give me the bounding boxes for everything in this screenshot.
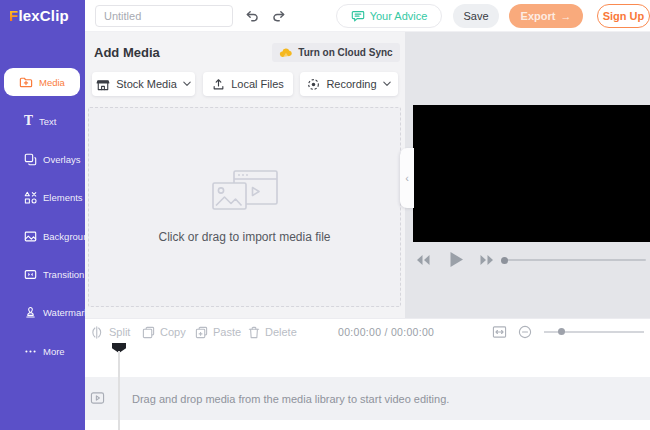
clip-placeholder-icon bbox=[90, 391, 105, 405]
save-button[interactable]: Save bbox=[453, 4, 499, 28]
recording-label: Recording bbox=[326, 78, 376, 90]
stock-media-label: Stock Media bbox=[116, 78, 177, 90]
seek-handle[interactable] bbox=[501, 257, 508, 264]
sidebar-item-elements[interactable]: Elements bbox=[0, 187, 85, 207]
chevron-down-icon bbox=[383, 81, 391, 87]
sidebar-item-label: Text bbox=[39, 116, 56, 127]
paste-icon bbox=[195, 326, 208, 339]
flexclip-logo[interactable]: FlexClip bbox=[9, 7, 69, 24]
undo-button[interactable] bbox=[243, 7, 261, 25]
rewind-button[interactable] bbox=[415, 254, 431, 266]
play-button[interactable] bbox=[449, 251, 464, 268]
fast-forward-icon bbox=[479, 254, 495, 266]
sidebar-item-media[interactable]: Media bbox=[4, 68, 80, 96]
record-icon bbox=[307, 78, 320, 91]
copy-icon bbox=[142, 326, 155, 339]
dropzone-hint: Click or drag to import media file bbox=[158, 230, 330, 244]
rewind-icon bbox=[415, 254, 431, 266]
export-button[interactable]: Export → bbox=[509, 4, 583, 28]
your-advice-label: Your Advice bbox=[370, 10, 428, 22]
trash-icon bbox=[248, 326, 260, 339]
stock-media-button[interactable]: Stock Media bbox=[92, 72, 195, 96]
recording-button[interactable]: Recording bbox=[300, 72, 398, 96]
sidebar-item-watermark[interactable]: Watermark bbox=[0, 302, 85, 322]
split-button[interactable]: Split bbox=[91, 319, 130, 345]
split-label: Split bbox=[109, 326, 130, 338]
zoom-out-icon bbox=[518, 325, 532, 339]
transition-icon bbox=[24, 268, 37, 281]
text-icon: T bbox=[24, 115, 33, 127]
sidebar-item-text[interactable]: T Text bbox=[0, 111, 85, 131]
media-track[interactable]: Drag and drop media from the media libra… bbox=[85, 377, 650, 420]
paste-label: Paste bbox=[213, 326, 241, 338]
sidebar: FlexClip Media T Text Overlays bbox=[0, 0, 85, 430]
sidebar-item-label: Watermark bbox=[43, 307, 89, 318]
sidebar-item-more[interactable]: More bbox=[0, 341, 85, 361]
media-import-icon bbox=[211, 170, 279, 216]
media-panel: Add Media Turn on Cloud Sync Stock Media… bbox=[85, 32, 405, 318]
sidebar-item-overlays[interactable]: Overlays bbox=[0, 149, 85, 169]
save-label: Save bbox=[463, 10, 488, 22]
folder-plus-icon bbox=[19, 75, 33, 89]
feedback-bubble-icon bbox=[351, 10, 365, 23]
import-dropzone[interactable]: Click or drag to import media file bbox=[88, 107, 401, 307]
collapse-panel-button[interactable]: ‹ bbox=[400, 148, 414, 208]
sidebar-item-background[interactable]: Background bbox=[0, 226, 85, 246]
sidebar-item-label: Transition bbox=[43, 269, 84, 280]
cloud-sync-button[interactable]: Turn on Cloud Sync bbox=[272, 43, 400, 62]
redo-icon bbox=[271, 10, 286, 23]
zoom-out-button[interactable] bbox=[518, 325, 532, 339]
overlays-icon bbox=[24, 153, 37, 166]
sidebar-item-label: More bbox=[43, 346, 65, 357]
preview-panel: ‹ bbox=[405, 32, 650, 318]
sidebar-item-label: Elements bbox=[43, 192, 83, 203]
split-icon bbox=[91, 326, 104, 339]
upload-icon bbox=[212, 78, 225, 91]
paste-button[interactable]: Paste bbox=[195, 319, 241, 345]
project-title-input[interactable] bbox=[95, 5, 233, 27]
playhead[interactable] bbox=[112, 343, 126, 430]
cloud-icon bbox=[279, 47, 293, 58]
chevron-down-icon bbox=[183, 81, 191, 87]
panel-title: Add Media bbox=[94, 45, 160, 60]
copy-label: Copy bbox=[160, 326, 186, 338]
background-icon bbox=[24, 230, 37, 243]
sidebar-item-label: Media bbox=[39, 77, 65, 88]
local-files-label: Local Files bbox=[231, 78, 284, 90]
store-icon bbox=[96, 78, 110, 91]
fit-width-icon bbox=[492, 325, 507, 339]
timeline-toolbar: Split Copy Paste Delete 00:00:00 / 00:00… bbox=[85, 318, 650, 345]
logo-text: lexClip bbox=[18, 7, 69, 24]
fast-forward-button[interactable] bbox=[479, 254, 495, 266]
playhead-line bbox=[118, 351, 120, 430]
undo-icon bbox=[245, 10, 260, 23]
delete-label: Delete bbox=[265, 326, 297, 338]
seek-bar[interactable] bbox=[505, 259, 646, 261]
export-label: Export bbox=[521, 10, 556, 22]
play-icon bbox=[449, 251, 464, 268]
timeline-area: Drag and drop media from the media libra… bbox=[85, 345, 650, 430]
video-preview[interactable] bbox=[413, 105, 650, 242]
cloud-sync-label: Turn on Cloud Sync bbox=[298, 47, 392, 58]
sign-up-label: Sign Up bbox=[603, 10, 645, 22]
top-bar: Your Advice Save Export → Sign Up bbox=[85, 0, 650, 32]
more-dots-icon bbox=[24, 345, 37, 358]
time-display: 00:00:00 / 00:00:00 bbox=[338, 319, 434, 345]
delete-button[interactable]: Delete bbox=[248, 319, 297, 345]
sign-up-button[interactable]: Sign Up bbox=[597, 4, 650, 28]
elements-icon bbox=[24, 191, 37, 204]
timeline-hint: Drag and drop media from the media libra… bbox=[132, 393, 449, 405]
timeline-zoom-slider[interactable] bbox=[544, 331, 644, 333]
fit-timeline-button[interactable] bbox=[492, 325, 507, 339]
copy-button[interactable]: Copy bbox=[142, 319, 186, 345]
your-advice-button[interactable]: Your Advice bbox=[336, 4, 442, 28]
chevron-left-icon: ‹ bbox=[405, 172, 409, 184]
local-files-button[interactable]: Local Files bbox=[203, 72, 293, 96]
preview-controls bbox=[405, 248, 650, 272]
zoom-slider-handle[interactable] bbox=[558, 328, 565, 335]
export-arrow-icon: → bbox=[560, 10, 571, 22]
watermark-icon bbox=[24, 306, 37, 319]
redo-button[interactable] bbox=[269, 7, 287, 25]
logo-letter: F bbox=[9, 7, 18, 24]
sidebar-item-transition[interactable]: Transition bbox=[0, 264, 85, 284]
